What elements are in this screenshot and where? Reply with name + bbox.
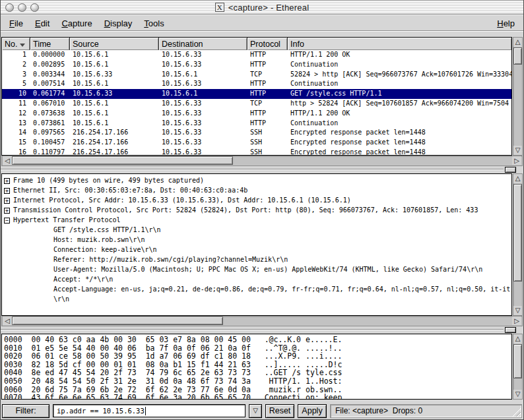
hex-vscrollbar[interactable]: △ ▽ <box>513 334 523 400</box>
detail-line[interactable]: User-Agent: Mozilla/5.0 (Macintosh; U; P… <box>2 264 511 274</box>
column-header-destination[interactable]: Destination <box>159 38 247 50</box>
scrollbar-thumb[interactable] <box>513 184 522 282</box>
hex-line[interactable]: 0000 00 40 63 c0 aa 4b 00 30 65 03 e7 8a… <box>4 336 511 344</box>
scrollbar-thumb[interactable] <box>12 316 223 325</box>
expand-icon[interactable]: + <box>4 178 10 184</box>
menu-tools[interactable]: Tools <box>138 16 170 30</box>
cell-info: GET /style.css HTTP/1.1 <box>288 89 511 99</box>
filter-dropdown-button[interactable]: ▽ <box>249 404 262 418</box>
zoom-window-button[interactable] <box>30 3 39 12</box>
cell-time: 0.007514 <box>30 79 70 89</box>
cell-no: 13 <box>2 119 30 129</box>
window-resize-grip[interactable] <box>512 408 521 417</box>
packet-row[interactable]: 160.110797216.254.17.16610.15.6.33SSHEnc… <box>2 148 511 155</box>
close-window-button[interactable] <box>5 3 14 12</box>
hex-line[interactable]: 0030 82 18 5d cf 00 00 01 01 08 0a b1 15… <box>4 361 511 369</box>
packet-row[interactable]: 110.06701010.15.6.110.15.6.33TCPhttp > 5… <box>2 99 511 109</box>
packet-list-hscrollbar[interactable]: ◁ ▷ <box>1 156 523 166</box>
packet-detail-pane: +Frame 10 (499 bytes on wire, 499 bytes … <box>1 173 523 316</box>
scroll-left-icon[interactable]: ◁ <box>3 316 12 325</box>
packet-row[interactable]: 130.07386110.15.6.110.15.6.33HTTPContinu… <box>2 119 511 129</box>
detail-line[interactable]: Referer: http://muzik.rob.swn/cgi/playin… <box>2 255 511 264</box>
detail-line[interactable]: −Hypertext Transfer Protocol <box>2 215 511 225</box>
cell-time: 0.003344 <box>30 70 70 80</box>
detail-line[interactable]: +Transmission Control Protocol, Src Port… <box>2 205 511 215</box>
packet-row[interactable]: 140.097565216.254.17.16610.15.6.33SSHEnc… <box>2 128 511 138</box>
cell-info: Continuation <box>288 119 511 129</box>
detail-line[interactable]: +Frame 10 (499 bytes on wire, 499 bytes … <box>2 175 511 185</box>
packet-list-frame: No. Time Source Destination Protocol Inf… <box>1 37 512 156</box>
expand-icon[interactable]: + <box>4 208 10 214</box>
collapse-icon[interactable]: − <box>4 218 10 224</box>
cell-source: 10.15.6.33 <box>70 70 159 80</box>
scroll-up-icon[interactable]: △ <box>513 38 522 47</box>
pane-divider <box>1 326 523 334</box>
reset-button[interactable]: Reset <box>265 404 294 418</box>
scroll-right-icon[interactable]: ▷ <box>512 316 521 325</box>
scroll-left-icon[interactable]: ◁ <box>3 156 12 165</box>
detail-text: Hypertext Transfer Protocol <box>13 216 121 224</box>
packet-row[interactable]: 100.06177410.15.6.3310.15.6.1HTTPGET /st… <box>2 89 511 99</box>
hex-line[interactable]: 0010 01 e5 5e 54 40 00 40 06 ba 7f 0a 0f… <box>4 344 511 353</box>
menu-help[interactable]: Help <box>491 16 521 30</box>
menu-capture[interactable]: Capture <box>55 16 98 30</box>
cell-no: 3 <box>2 70 30 80</box>
detail-text: GET /style.css HTTP/1.1\r\n <box>53 226 161 233</box>
hex-line[interactable]: 0020 06 01 ce 58 00 50 39 95 1d a7 06 69… <box>4 352 511 361</box>
scroll-down-icon[interactable]: ▽ <box>513 146 522 155</box>
packet-list-vscrollbar[interactable]: △ ▽ <box>513 37 523 156</box>
hex-line[interactable]: 0060 20 6d 75 7a 69 6b 2e 72 6f 62 2e 73… <box>4 386 511 394</box>
detail-line[interactable]: GET /style.css HTTP/1.1\r\n <box>2 225 511 235</box>
detail-line[interactable]: Host: muzik.rob.swn\r\n <box>2 235 511 245</box>
packet-row[interactable]: 10.00000010.15.6.110.15.6.33HTTPHTTP/1.1… <box>2 50 511 60</box>
detail-line[interactable]: +Ethernet II, Src: 00:30:65:03:e7:8a, Ds… <box>2 185 511 195</box>
scrollbar-thumb[interactable] <box>12 156 233 165</box>
column-header-source[interactable]: Source <box>70 38 159 50</box>
scroll-down-icon[interactable]: ▽ <box>513 390 522 399</box>
scroll-up-icon[interactable]: △ <box>513 174 522 183</box>
cell-no: 10 <box>2 89 30 99</box>
cell-protocol: TCP <box>247 70 288 80</box>
scroll-up-icon[interactable]: △ <box>513 334 522 344</box>
column-header-time[interactable]: Time <box>30 38 70 50</box>
detail-line[interactable]: Accept-Language: en-us, ja;q=0.21, de-de… <box>2 284 511 294</box>
cell-source: 10.15.6.1 <box>70 109 159 119</box>
cell-destination: 10.15.6.1 <box>159 89 247 99</box>
pane-resize-handle[interactable] <box>505 327 516 333</box>
expand-icon[interactable]: + <box>4 188 10 194</box>
expand-icon[interactable]: + <box>4 198 10 204</box>
filter-button[interactable]: Filter: <box>2 404 49 418</box>
menu-display[interactable]: Display <box>98 16 139 30</box>
detail-line[interactable]: Connection: keep-alive\r\n <box>2 245 511 255</box>
hex-line[interactable]: 0040 8e ed 47 45 54 20 2f 73 74 79 6c 65… <box>4 369 511 377</box>
packet-row[interactable]: 50.00751410.15.6.110.15.6.33HTTPContinua… <box>2 79 511 89</box>
scroll-right-icon[interactable]: ▷ <box>512 156 521 165</box>
detail-line[interactable]: +Internet Protocol, Src Addr: 10.15.6.33… <box>2 195 511 205</box>
filter-input[interactable]: ip.addr == 10.15.6.33 <box>53 404 246 417</box>
column-label: Protocol <box>250 40 280 49</box>
hex-line[interactable]: 0050 20 48 54 54 50 2f 31 2e 31 0d 0a 48… <box>4 377 511 386</box>
column-header-info[interactable]: Info <box>288 38 511 50</box>
packet-row[interactable]: 120.07363810.15.6.110.15.6.33HTTPHTTP/1.… <box>2 109 511 119</box>
menu-edit[interactable]: Edit <box>29 16 55 30</box>
menu-file[interactable]: File <box>3 16 29 30</box>
detail-line[interactable]: Accept: */*\r\n <box>2 274 511 284</box>
filter-input-value: ip.addr == 10.15.6.33 <box>57 407 145 415</box>
cell-time: 0.067010 <box>30 99 70 109</box>
apply-button[interactable]: Apply <box>298 404 327 418</box>
detail-hscrollbar[interactable]: ◁ ▷ <box>1 316 523 326</box>
detail-vscrollbar[interactable]: △ ▽ <box>513 173 523 316</box>
packet-row[interactable]: 20.00289510.15.6.110.15.6.33HTTPContinua… <box>2 60 511 70</box>
packet-row[interactable]: 150.100457216.254.17.16610.15.6.33SSHEnc… <box>2 138 511 148</box>
pane-resize-handle[interactable] <box>505 167 516 173</box>
detail-text: Accept-Language: en-us, ja;q=0.21, de-de… <box>53 285 511 293</box>
packet-row[interactable]: 30.00334410.15.6.3310.15.6.1TCP52824 > h… <box>2 70 511 80</box>
column-header-no[interactable]: No. <box>2 38 30 50</box>
scrollbar-thumb[interactable] <box>513 47 522 65</box>
detail-line[interactable]: \r\n <box>2 294 511 304</box>
scroll-down-icon[interactable]: ▽ <box>513 306 522 315</box>
hex-line[interactable]: 0070 43 6f 6e 6e 65 63 74 69 6f 6e 3a 20… <box>4 394 511 400</box>
minimize-window-button[interactable] <box>18 3 26 12</box>
column-header-protocol[interactable]: Protocol <box>247 38 288 50</box>
scrollbar-thumb[interactable] <box>513 344 522 378</box>
